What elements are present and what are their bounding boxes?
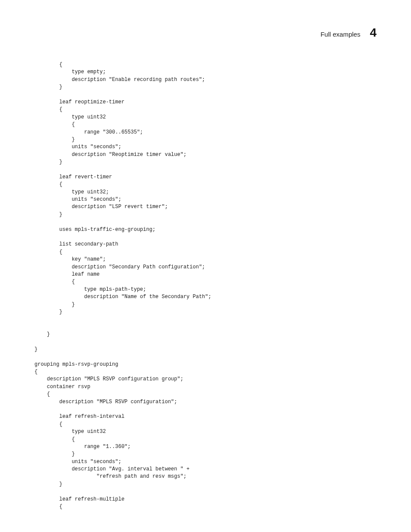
page-header: Full examples 4 (321, 26, 377, 40)
header-title: Full examples (321, 31, 361, 38)
chapter-number: 4 (370, 26, 377, 40)
code-listing: { type empty; description "Enable record… (34, 61, 377, 510)
